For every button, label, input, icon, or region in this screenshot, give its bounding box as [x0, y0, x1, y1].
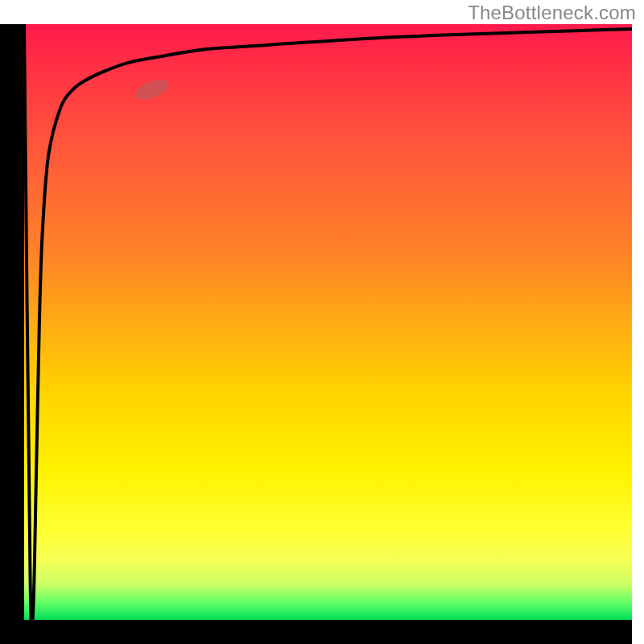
- chart-stage: TheBottleneck.com: [0, 0, 644, 644]
- y-axis: [0, 24, 24, 620]
- x-axis: [0, 620, 632, 644]
- attribution-label: TheBottleneck.com: [468, 2, 636, 24]
- plot-area: [24, 24, 632, 620]
